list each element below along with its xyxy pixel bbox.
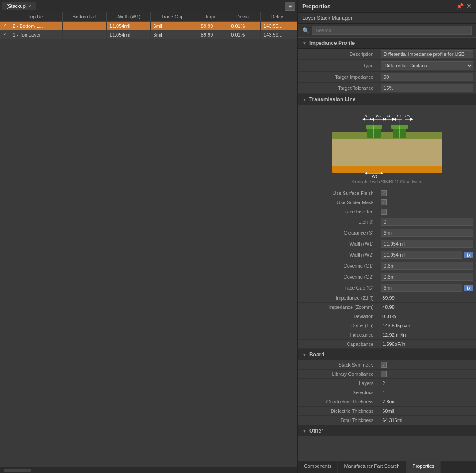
width-w1-input[interactable] [381,240,473,248]
collapse-arrow-icon: ▼ [302,429,307,433]
properties-scroll-area[interactable]: ▼ Impedance Profile Description Type Dif… [298,37,476,461]
table-row[interactable]: ✓ 2 - Bottom L... 11.054mil 6mil 89.99 0… [0,22,297,30]
search-input[interactable] [312,26,472,35]
collapse-arrow-icon: ▼ [302,352,307,357]
width-w1-value [378,238,476,249]
etch-value [378,216,476,227]
scrollbar-thumb[interactable] [4,469,31,472]
library-compliance-row: Library Compliance [298,370,476,379]
svg-text:W1: W1 [372,174,378,178]
row-width: 11.054mil [106,22,150,30]
delay-tp-row: Delay (Tp) 143.595ps/in [298,321,476,330]
layers-table-container: Top Ref Bottom Ref Width (W1) Trace Gap.… [0,12,297,467]
tab-properties[interactable]: Properties [406,461,441,473]
width-w2-label: Width (W2) [298,249,378,260]
impedance-profile-section-header[interactable]: ▼ Impedance Profile [298,37,476,49]
covering-c2-value [378,271,476,282]
board-section-header[interactable]: ▼ Board [298,349,476,360]
board-table: Stack Symmetry Library Compliance Layers [298,360,476,425]
type-select[interactable]: Differential-Coplanar [381,61,473,70]
total-thickness-value: 64.316mil [378,416,476,425]
tab-manufacturer-part-search[interactable]: Manufacturer Part Search [338,461,406,473]
capacitance-value: 1.596pF/in [378,340,476,349]
conductive-thickness-row: Conductive Thickness 2.8mil [298,397,476,407]
svg-marker-14 [371,118,374,121]
type-value: Differential-Coplanar [378,60,476,72]
library-compliance-value [378,370,476,379]
layers-row: Layers 2 [298,379,476,388]
table-row[interactable]: ✓ 1 - Top Layer 11.054mil 6mil 89.99 0.0… [0,30,297,39]
properties-header: Properties 📌 ✕ [298,0,476,13]
transmission-line-table: Use Surface Finish Use Solder Mask Trace… [298,189,476,349]
col-bottom-ref-header: Bottom Ref [62,12,106,22]
description-value [378,49,476,60]
target-impedance-input[interactable] [381,73,473,81]
width-w2-row: Width (W2) fx [298,249,476,260]
pin-icon[interactable]: 📌 [456,3,464,10]
use-solder-mask-label: Use Solder Mask [298,198,378,207]
row-checkbox[interactable]: ✓ [0,22,10,30]
clearance-s-label: Clearance (S) [298,227,378,238]
close-icon[interactable]: ✕ [466,3,472,10]
covering-c1-input[interactable] [381,262,473,270]
capacitance-label: Capacitance [298,340,378,349]
description-input[interactable] [381,50,473,58]
impedance-profile-section-label: Impedance Profile [309,40,355,46]
trace-gap-g-fx-button[interactable]: fx [464,285,473,291]
other-section-label: Other [309,428,323,434]
row-bottom-ref [62,30,106,39]
covering-c2-input[interactable] [381,273,473,281]
horizontal-scrollbar[interactable] [0,467,297,473]
row-deviation: 0.01% [228,22,261,30]
svg-text:S: S [365,114,367,118]
stackup-tab[interactable]: [Stackup] × [2,2,36,10]
etch-row: Etch ② [298,216,476,227]
trace-inverted-checkbox[interactable] [381,209,387,215]
trace-gap-g-row: Trace Gap (G) fx [298,282,476,293]
dielectrics-row: Dielectrics 1 [298,388,476,397]
target-impedance-value [378,72,476,83]
stack-symmetry-checkbox[interactable] [381,362,387,368]
stack-symmetry-value [378,360,476,370]
col-check-header [0,12,10,22]
trace-inverted-label: Trace Inverted [298,207,378,216]
row-checkbox[interactable]: ✓ [0,30,10,39]
tab-close-icon[interactable]: × [29,4,31,9]
deviation-label: Deviation [298,312,378,321]
deviation-row: Deviation 0.01% [298,312,476,321]
description-label: Description [298,49,378,60]
impedance-zdiff-value: 89.99 [378,293,476,303]
use-solder-mask-checkbox[interactable] [381,199,387,205]
total-thickness-label: Total Thickness [298,416,378,425]
svg-text:C2: C2 [405,114,410,118]
description-row: Description [298,49,476,60]
use-solder-mask-value [378,198,476,207]
width-w2-input[interactable] [381,251,462,259]
col-delay-header: Delay... [261,12,297,22]
transmission-line-section-header[interactable]: ▼ Transmission Line [298,94,476,105]
tab-label: [Stackup] [7,4,27,9]
col-top-ref-header: Top Ref [10,12,62,22]
etch-input[interactable] [381,218,473,226]
clearance-s-input[interactable] [381,229,473,237]
target-tolerance-row: Target Tolerance [298,83,476,94]
target-tolerance-input[interactable] [381,84,473,92]
header-icons: 📌 ✕ [456,3,472,10]
use-surface-finish-checkbox[interactable] [381,190,387,196]
covering-c2-row: Covering (C2) [298,271,476,282]
width-w2-fx-button[interactable]: fx [464,252,473,258]
right-panel: Properties 📌 ✕ Layer Stack Manager 🔍 ▼ I… [297,0,476,473]
transmission-line-svg: S W2 G C1 C2 [328,110,447,178]
width-w1-label: Width (W1) [298,238,378,249]
impedance-zcomm-row: Impedance (Zcomm) 48.98 [298,303,476,312]
library-compliance-checkbox[interactable] [381,371,387,377]
col-impe-header: Impe... [198,12,228,22]
inductance-row: Inductance 12.92nH/in [298,330,476,340]
trace-gap-g-input[interactable] [381,284,462,292]
trace-inverted-row: Trace Inverted [298,207,476,216]
tab-components[interactable]: Components [298,461,338,473]
hamburger-menu-button[interactable]: ≡ [285,2,295,11]
type-label: Type [298,60,378,72]
other-section-header[interactable]: ▼ Other [298,425,476,436]
simulated-label: Simulated with SIMBEOR® software [352,180,423,184]
